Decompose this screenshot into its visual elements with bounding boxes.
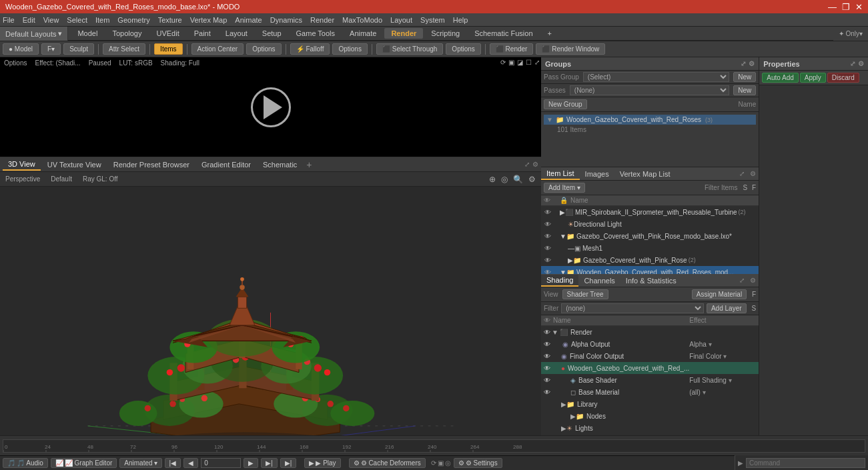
shading-row-wooden-gazebo[interactable]: 👁 ● Wooden_Gazebo_Covered_with_Red_...	[541, 362, 759, 374]
model-mode-btn[interactable]: ● Model	[3, 43, 39, 55]
menu-system[interactable]: System	[420, 16, 445, 24]
preview-ctrl-5[interactable]: ⤢	[534, 59, 540, 66]
vp-tab-render-preset[interactable]: Render Preset Browser	[108, 159, 195, 170]
graph-editor-btn[interactable]: 📈 📈 Graph Editor	[51, 458, 117, 468]
eye-icon[interactable]: 👁	[544, 257, 552, 264]
attr-select-btn[interactable]: Attr Select	[103, 43, 145, 55]
shading-vis-icon[interactable]: 👁	[544, 365, 552, 372]
play-text-btn[interactable]: ▶ ▶ Play	[304, 458, 340, 468]
auto-add-btn[interactable]: Auto Add	[762, 73, 799, 83]
add-item-btn[interactable]: Add Item ▾	[544, 183, 585, 193]
pass-group-new-btn[interactable]: New	[733, 72, 756, 82]
vp-tab-uv-texture[interactable]: UV Texture View	[42, 159, 107, 170]
action-center-btn[interactable]: Action Center	[191, 43, 244, 55]
preview-ctrl-1[interactable]: ⟳	[500, 59, 506, 66]
options-btn[interactable]: Options	[246, 43, 281, 55]
groups-settings-btn[interactable]: ⚙	[749, 60, 755, 67]
transport-icon-1[interactable]: ⟳	[431, 459, 436, 467]
only-label[interactable]: ✦ Only▾	[833, 30, 868, 37]
shading-vis-icon[interactable]: 👁	[544, 329, 552, 336]
animated-btn[interactable]: Animated ▾	[119, 458, 161, 468]
add-layer-btn[interactable]: Add Layer	[707, 303, 747, 313]
shading-filter-select[interactable]: (none)	[561, 303, 704, 313]
items-expand-btn[interactable]: ⤢	[737, 170, 747, 177]
vp-tab-schematic[interactable]: Schematic	[258, 159, 302, 170]
viewport-canvas[interactable]: No Items Channels: 0 Deformers: ON GL: 4…	[0, 187, 541, 470]
item-row[interactable]: 👁 ▶ ⬛ MIR_Spirobank_II_Sprometer_with_Re…	[541, 206, 759, 218]
vp-tab-gradient[interactable]: Gradient Editor	[196, 159, 256, 170]
menu-help[interactable]: Help	[453, 16, 468, 24]
shading-row-final-color[interactable]: 👁 ◉ Final Color Output Final Color ▾	[541, 350, 759, 362]
properties-settings-btn[interactable]: ⚙	[858, 60, 864, 67]
f-dropdown-btn[interactable]: F▾	[41, 43, 61, 55]
shading-vis-icon[interactable]: 👁	[544, 377, 552, 384]
tab-add[interactable]: +	[541, 28, 558, 39]
menu-file[interactable]: File	[3, 16, 15, 24]
close-btn[interactable]: ✕	[855, 2, 863, 12]
eye-icon[interactable]: 👁	[544, 221, 552, 228]
select-through-btn[interactable]: ⬛ Select Through	[376, 43, 443, 55]
tab-render[interactable]: Render	[384, 28, 423, 39]
tab-model[interactable]: Model	[71, 28, 104, 39]
layout-selector[interactable]: Default Layouts ▾	[0, 27, 68, 41]
vp-tab-add[interactable]: +	[304, 159, 314, 170]
go-start-btn[interactable]: |◀	[165, 458, 181, 468]
preview-ctrl-2[interactable]: ▣	[508, 59, 514, 66]
pass-group-select[interactable]: (Select)	[583, 72, 729, 82]
properties-expand-btn[interactable]: ⤢	[850, 60, 855, 67]
tab-schematic-fusion[interactable]: Schematic Fusion	[468, 28, 539, 39]
preview-lut-btn[interactable]: LUT: sRGB	[117, 59, 155, 67]
menu-dynamics[interactable]: Dynamics	[270, 16, 302, 24]
shading-expand-btn[interactable]: ⤢	[737, 277, 747, 284]
maximize-btn[interactable]: ❐	[842, 2, 850, 12]
assign-material-btn[interactable]: Assign Material	[692, 289, 747, 299]
menu-animate[interactable]: Animate	[235, 16, 262, 24]
items-s-btn[interactable]: S	[743, 184, 747, 191]
play-button[interactable]	[251, 87, 291, 127]
shading-row-base-shader[interactable]: 👁 ◈ Base Shader Full Shading ▾	[541, 374, 759, 386]
shading-vis-icon[interactable]: 👁	[544, 389, 552, 396]
timeline-ruler[interactable]: 0 24 48 72 96 120 144 168 192 216	[3, 439, 865, 453]
menu-geometry[interactable]: Geometry	[117, 16, 149, 24]
vp-perspective[interactable]: Perspective	[5, 175, 40, 183]
items-settings-btn[interactable]: ⚙	[747, 170, 759, 177]
transport-icon-3[interactable]: ◎	[445, 459, 451, 467]
discard-btn[interactable]: Discard	[827, 73, 859, 83]
vp-expand-btn[interactable]: ⤢	[524, 161, 530, 168]
item-row[interactable]: 👁 ▼ 📁 Gazebo_Covered_with_Pink_Rose_modo…	[541, 230, 759, 242]
groups-expand-btn[interactable]: ⤢	[741, 60, 746, 67]
menu-select[interactable]: Select	[67, 16, 87, 24]
shading-row-render[interactable]: 👁 ▼ ⬛ Render	[541, 326, 759, 338]
menu-texture[interactable]: Texture	[158, 16, 182, 24]
command-input[interactable]	[746, 458, 865, 468]
menu-maxtomodo[interactable]: MaxToModo	[342, 16, 382, 24]
audio-btn[interactable]: 🎵 🎵 Audio	[3, 458, 48, 468]
items-btn[interactable]: Items	[154, 43, 182, 55]
item-row[interactable]: 👁 — ▣ Mesh1	[541, 242, 759, 254]
vp-icon-3[interactable]: 🔍	[513, 175, 523, 184]
render-window-btn[interactable]: ⬛ Render Window	[536, 43, 605, 55]
preview-ctrl-4[interactable]: ☐	[526, 59, 532, 66]
cache-deformers-btn[interactable]: ⚙ ⚙ Cache Deformers	[349, 458, 426, 468]
tab-vertex-map-list[interactable]: Vertex Map List	[614, 169, 676, 179]
vp-settings-btn[interactable]: ⚙	[532, 161, 538, 168]
play-btn[interactable]: ▶	[244, 458, 258, 468]
group-item-gazebo[interactable]: ▼ 📁 Wooden_Gazebo_Covered_with_Red_Roses…	[544, 115, 756, 125]
tab-paint[interactable]: Paint	[187, 28, 218, 39]
preview-paused-btn[interactable]: Paused	[86, 59, 114, 67]
item-row[interactable]: 👁 ☀ Directional Light	[541, 218, 759, 230]
shading-settings-btn[interactable]: ⚙	[747, 277, 759, 284]
passes-select[interactable]: (None)	[570, 85, 729, 95]
settings-btn[interactable]: ⚙ ⚙ Settings	[454, 458, 502, 468]
menu-view[interactable]: View	[43, 16, 59, 24]
shading-s-btn[interactable]: S	[752, 305, 757, 312]
transport-icon-2[interactable]: ▣	[438, 459, 444, 467]
shading-f-btn[interactable]: F	[752, 291, 756, 298]
shading-row-alpha[interactable]: 👁 ◉ Alpha Output Alpha ▾	[541, 338, 759, 350]
preview-ctrl-3[interactable]: ◪	[517, 59, 523, 66]
tab-uvedit[interactable]: UVEdit	[149, 28, 185, 39]
shading-vis-icon[interactable]: 👁	[544, 353, 552, 360]
preview-shading-btn[interactable]: Shading: Full	[158, 59, 202, 67]
tab-item-list[interactable]: Item List	[541, 168, 580, 180]
tab-scripting[interactable]: Scripting	[424, 28, 466, 39]
